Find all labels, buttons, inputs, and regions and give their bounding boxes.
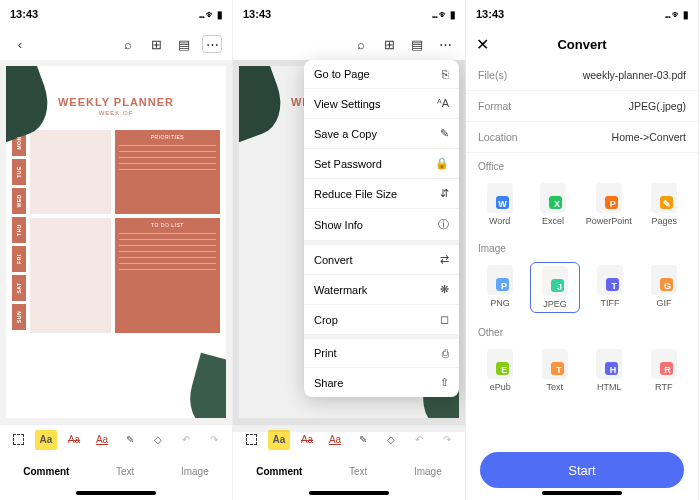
underline-tool[interactable]: Aa: [91, 430, 113, 450]
more-icon[interactable]: ⋯: [435, 34, 455, 54]
set-password-icon: 🔒: [435, 157, 449, 170]
grid-icon[interactable]: ⊞: [379, 34, 399, 54]
format-powerpoint[interactable]: PPowerPoint: [583, 180, 635, 229]
menu-item-watermark[interactable]: Watermark❋: [304, 275, 459, 305]
format-png[interactable]: PPNG: [476, 262, 524, 313]
tab-comment[interactable]: Comment: [23, 466, 69, 477]
pen-tool[interactable]: ✎: [352, 430, 374, 450]
status-bar: 13:43 ...ᯤ▮: [0, 0, 232, 28]
search-icon[interactable]: ⌕: [118, 34, 138, 54]
format-epub[interactable]: EePub: [476, 346, 525, 395]
eraser-tool[interactable]: ◇: [147, 430, 169, 450]
undo-icon[interactable]: ↶: [408, 430, 430, 450]
highlight-tool[interactable]: Aa: [35, 430, 57, 450]
tab-image[interactable]: Image: [181, 466, 209, 477]
go-to-page-icon: ⎘: [442, 68, 449, 80]
menu-item-save-a-copy[interactable]: Save a Copy✎: [304, 119, 459, 149]
menu-item-go-to-page[interactable]: Go to Page⎘: [304, 60, 459, 89]
page-title: Convert: [466, 37, 698, 52]
print-icon: ⎙: [442, 347, 449, 359]
tab-text[interactable]: Text: [116, 466, 134, 477]
highlight-tool[interactable]: Aa: [268, 430, 290, 450]
format-gif[interactable]: GGIF: [640, 262, 688, 313]
document-area[interactable]: WEEKLY PLANNER WEEK OF MON TUE WED THU F…: [0, 60, 232, 424]
top-bar: ⌕ ⊞ ▤ ⋯: [233, 28, 465, 60]
home-indicator: [76, 491, 156, 495]
file-row: File(s) weekly-planner-03.pdf: [466, 60, 698, 91]
back-icon[interactable]: ‹: [10, 34, 30, 54]
tab-text[interactable]: Text: [349, 466, 367, 477]
section-other: Other: [466, 319, 698, 342]
format-text[interactable]: TText: [531, 346, 580, 395]
format-rtf[interactable]: RRTF: [640, 346, 689, 395]
status-time: 13:43: [10, 8, 38, 20]
reduce-file-size-icon: ⇵: [440, 187, 449, 200]
crop-icon: ◻: [440, 313, 449, 326]
share-icon: ⇧: [440, 376, 449, 389]
more-icon[interactable]: ⋯: [202, 35, 222, 53]
menu-item-print[interactable]: Print⎙: [304, 339, 459, 368]
page-icon[interactable]: ▤: [407, 34, 427, 54]
undo-icon[interactable]: ↶: [175, 430, 197, 450]
convert-icon: ⇄: [440, 253, 449, 266]
watermark-icon: ❋: [440, 283, 449, 296]
view-settings-icon: ᴬA: [437, 97, 449, 110]
start-button[interactable]: Start: [480, 452, 684, 488]
show-info-icon: ⓘ: [438, 217, 449, 232]
page-icon[interactable]: ▤: [174, 34, 194, 54]
format-row[interactable]: Format JPEG(.jpeg): [466, 91, 698, 122]
redo-icon[interactable]: ↷: [203, 430, 225, 450]
select-rect-icon[interactable]: [240, 430, 262, 450]
strike-tool[interactable]: Aa: [296, 430, 318, 450]
close-icon[interactable]: ✕: [476, 35, 489, 54]
bottom-tabs: Comment Text Image: [0, 454, 232, 488]
tab-image[interactable]: Image: [414, 466, 442, 477]
menu-item-set-password[interactable]: Set Password🔒: [304, 149, 459, 179]
strike-tool[interactable]: Aa: [63, 430, 85, 450]
save-a-copy-icon: ✎: [440, 127, 449, 140]
top-bar: ‹ ⌕ ⊞ ▤ ⋯: [0, 28, 232, 60]
section-office: Office: [466, 153, 698, 176]
menu-item-view-settings[interactable]: View SettingsᴬA: [304, 89, 459, 119]
grid-icon[interactable]: ⊞: [146, 34, 166, 54]
menu-item-share[interactable]: Share⇧: [304, 368, 459, 397]
underline-tool[interactable]: Aa: [324, 430, 346, 450]
leaf-decoration: [183, 353, 226, 418]
tab-comment[interactable]: Comment: [256, 466, 302, 477]
format-excel[interactable]: XExcel: [529, 180, 576, 229]
status-bar: 13:43 ...ᯤ▮: [466, 0, 698, 28]
more-menu: Go to Page⎘View SettingsᴬASave a Copy✎Se…: [304, 60, 459, 397]
eraser-tool[interactable]: ◇: [380, 430, 402, 450]
annotation-toolbar: Aa Aa Aa ✎ ◇ ↶ ↷: [0, 424, 232, 454]
status-bar: 13:43 ...ᯤ▮: [233, 0, 465, 28]
menu-item-show-info[interactable]: Show Infoⓘ: [304, 209, 459, 241]
pen-tool[interactable]: ✎: [119, 430, 141, 450]
status-icons: ...ᯤ▮: [199, 9, 222, 20]
select-rect-icon[interactable]: [7, 430, 29, 450]
menu-item-reduce-file-size[interactable]: Reduce File Size⇵: [304, 179, 459, 209]
menu-item-convert[interactable]: Convert⇄: [304, 245, 459, 275]
format-jpeg[interactable]: JJPEG: [530, 262, 580, 313]
format-tiff[interactable]: TTIFF: [586, 262, 634, 313]
format-pages[interactable]: ✎Pages: [641, 180, 688, 229]
menu-item-crop[interactable]: Crop◻: [304, 305, 459, 335]
format-html[interactable]: HHTML: [585, 346, 634, 395]
redo-icon[interactable]: ↷: [436, 430, 458, 450]
section-image: Image: [466, 235, 698, 258]
search-icon[interactable]: ⌕: [351, 34, 371, 54]
location-row[interactable]: Location Home->Convert: [466, 122, 698, 153]
format-word[interactable]: WWord: [476, 180, 523, 229]
